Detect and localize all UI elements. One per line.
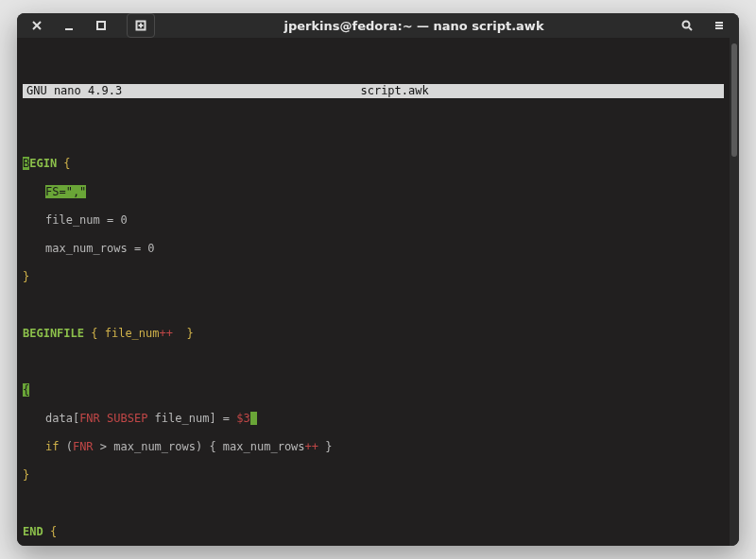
window-title: jperkins@fedora:~ — nano script.awk — [155, 19, 673, 33]
svg-rect-0 — [97, 22, 105, 29]
nano-filename: script.awk — [122, 84, 667, 98]
scrollbar[interactable] — [730, 38, 739, 546]
minimize-button[interactable] — [55, 13, 83, 38]
maximize-button[interactable] — [87, 13, 115, 38]
nano-version: GNU nano 4.9.3 — [23, 84, 122, 98]
new-tab-button[interactable] — [127, 13, 155, 38]
text-cursor — [250, 412, 257, 425]
scrollbar-thumb[interactable] — [731, 43, 737, 157]
nano-header: GNU nano 4.9.3 script.awk — [23, 84, 724, 98]
terminal-window: jperkins@fedora:~ — nano script.awk GNU … — [17, 13, 739, 546]
search-button[interactable] — [673, 13, 701, 38]
close-button[interactable] — [23, 13, 51, 38]
menu-button[interactable] — [705, 13, 733, 38]
terminal-viewport[interactable]: GNU nano 4.9.3 script.awk BEGIN { FS=","… — [17, 38, 730, 546]
editor-content[interactable]: BEGIN { FS="," file_num = 0 max_num_rows… — [23, 143, 724, 546]
titlebar: jperkins@fedora:~ — nano script.awk — [17, 13, 739, 38]
svg-point-2 — [683, 22, 690, 28]
